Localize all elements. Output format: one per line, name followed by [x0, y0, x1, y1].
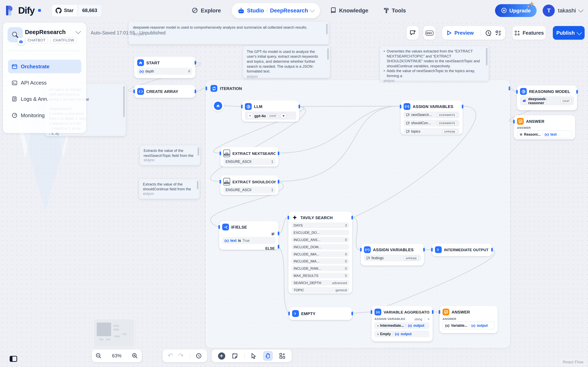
pointer-tool-button[interactable]	[251, 353, 257, 359]
chevron-down-icon[interactable]	[310, 7, 315, 12]
note-assign-variables[interactable]: •Overwrites the values extracted from th…	[380, 46, 489, 81]
node-reasoning-model[interactable]: REASONING MODEL deepseek-reasoner CHAT	[517, 85, 577, 110]
port[interactable]	[195, 61, 196, 65]
port[interactable]	[278, 180, 279, 184]
port[interactable]	[220, 151, 221, 155]
organize-blocks-button[interactable]	[279, 353, 286, 359]
port[interactable]	[431, 248, 433, 252]
port[interactable]	[288, 216, 289, 220]
react-flow-attribution[interactable]: React Flow	[560, 359, 586, 365]
variable-token: {x}	[140, 69, 144, 73]
chevron-down-icon[interactable]	[76, 29, 81, 34]
port[interactable]	[206, 87, 207, 90]
node-empty[interactable]: EMPTY	[289, 307, 352, 320]
port[interactable]	[195, 90, 196, 93]
zoom-in-icon[interactable]	[132, 353, 138, 359]
port[interactable]	[516, 90, 518, 94]
zoom-level[interactable]: 63%	[112, 353, 121, 359]
breadcrumb-app[interactable]: DeepResearch	[270, 8, 308, 13]
change-history-icon[interactable]	[196, 353, 202, 359]
note-scrollbar[interactable]	[486, 48, 487, 65]
collapse-panel-button[interactable]	[9, 355, 17, 364]
app-name[interactable]: DeepResearch	[25, 29, 66, 35]
undo-icon[interactable]: ↶	[168, 353, 173, 359]
add-note-button[interactable]	[231, 353, 238, 359]
sidebar-item-monitoring[interactable]: Monitoring	[8, 108, 81, 122]
dify-logo[interactable]: Dify	[5, 5, 41, 16]
port[interactable]	[352, 216, 353, 220]
port[interactable]	[371, 310, 372, 314]
node-variable-aggregator[interactable]: (x) VARIABLE AGGREGATOR ASSIGN VARIABLES…	[371, 306, 433, 341]
node-extract-shouldcontinue[interactable]: {:} JSON EXTRACT SHOULDCONTINU ENSURE_AS…	[220, 175, 278, 195]
features-button[interactable]: Features	[512, 26, 546, 40]
node-create-array[interactable]: CREATE ARRAY	[134, 85, 195, 98]
preview-button[interactable]: Preview	[444, 30, 477, 36]
port[interactable]	[462, 105, 463, 108]
node-start[interactable]: START {x} depth #	[134, 57, 195, 78]
user-menu[interactable]: T takashi	[543, 4, 583, 17]
node-intermediate-output[interactable]: INTERMEDIATE OUTPUT FOI	[432, 244, 492, 256]
port[interactable]	[352, 312, 353, 316]
port[interactable]	[241, 105, 243, 108]
port[interactable]	[509, 87, 510, 90]
note-scrollbar[interactable]	[123, 86, 125, 117]
note-scrollbar[interactable]	[326, 24, 328, 34]
sidebar-item-logs[interactable]: Logs & Ann.	[8, 92, 81, 106]
github-star-widget[interactable]: Star 68,663	[51, 4, 102, 17]
port[interactable]	[278, 151, 279, 155]
port[interactable]	[220, 180, 221, 184]
node-ifelse[interactable]: IF/ELSE IF {x} text is True ELSE	[219, 221, 278, 250]
port[interactable]	[513, 120, 515, 124]
env-variables-button[interactable]: ENV	[423, 26, 435, 40]
port[interactable]	[360, 248, 362, 252]
nav-knowledge[interactable]: Knowledge	[330, 7, 368, 14]
sidebar-item-orchestrate[interactable]: Orchestrate	[8, 60, 81, 73]
note-scrollbar[interactable]	[197, 181, 198, 189]
port[interactable]	[439, 310, 440, 314]
node-llm[interactable]: LLM ✳ gpt-4o CHAT	[242, 100, 299, 122]
iteration-start-node[interactable]	[212, 100, 224, 112]
port[interactable]	[299, 105, 300, 108]
note-scrollbar[interactable]	[198, 147, 199, 155]
annotation-button[interactable]	[407, 26, 419, 40]
redo-icon[interactable]: ↷	[178, 353, 184, 359]
note-scrollbar[interactable]	[327, 48, 329, 60]
port-else[interactable]	[278, 245, 279, 249]
node-title: INTERMEDIATE OUTPUT FOI	[444, 248, 489, 252]
hand-tool-button[interactable]	[263, 351, 273, 361]
nav-tools[interactable]: Tools	[383, 8, 406, 13]
visibility-toggle-icon[interactable]	[280, 113, 287, 118]
note-extract-should[interactable]: Extracts the value of the shouldContinue…	[139, 179, 200, 199]
node-answer-final[interactable]: ANSWER ANSWER ⊕ Reasoni... / {x} text	[514, 115, 575, 139]
node-tavily-search[interactable]: TAVILY SEARCH DAYS3 EXCLUDE_DO... INCLUD…	[288, 212, 352, 293]
port-if[interactable]	[278, 232, 279, 235]
add-variable-button[interactable]: +	[425, 317, 430, 321]
assign-variables-icon: {=}	[364, 246, 371, 253]
node-extract-nextsearchtopic[interactable]: {:} JSON EXTRACT NEXTSEARCHTOP ENSURE_AS…	[220, 147, 278, 167]
node-assign-variables-2[interactable]: {=} ASSIGN VARIABLES findings APPEND	[361, 244, 424, 266]
run-history-button[interactable]	[484, 30, 493, 36]
port[interactable]	[288, 312, 290, 316]
note-extract-next[interactable]: Extracts the value of the nextSearchTopi…	[140, 145, 200, 165]
port[interactable]	[491, 248, 493, 252]
note-gpt4o[interactable]: The GPT-4o model is used to analyze the …	[243, 46, 330, 78]
node-assign-variables-1[interactable]: {=} ASSIGN VARIABLES nextSearch... OVERW…	[401, 100, 462, 135]
port[interactable]	[400, 105, 401, 108]
port[interactable]	[423, 248, 425, 252]
answer-icon	[443, 309, 449, 316]
zoom-out-icon[interactable]	[96, 353, 102, 359]
port[interactable]	[576, 90, 578, 94]
node-answer-iteration[interactable]: ANSWER ANSWER {x} Variable... / (x) outp…	[439, 306, 498, 333]
avatar[interactable]: T	[543, 4, 555, 17]
port[interactable]	[134, 90, 135, 93]
nav-explore[interactable]: Explore	[192, 7, 221, 14]
minimap[interactable]	[93, 318, 135, 348]
nav-studio-breadcrumb[interactable]: Studio / DeepResearch	[232, 3, 320, 18]
publish-button[interactable]: Publish	[553, 26, 585, 40]
port[interactable]	[218, 225, 220, 229]
sidebar-item-api-access[interactable]: API Access	[8, 76, 81, 90]
breadcrumb-studio[interactable]: Studio	[247, 8, 264, 13]
port[interactable]	[432, 310, 434, 314]
checklist-button[interactable]	[493, 30, 504, 36]
add-node-button[interactable]	[218, 352, 225, 359]
